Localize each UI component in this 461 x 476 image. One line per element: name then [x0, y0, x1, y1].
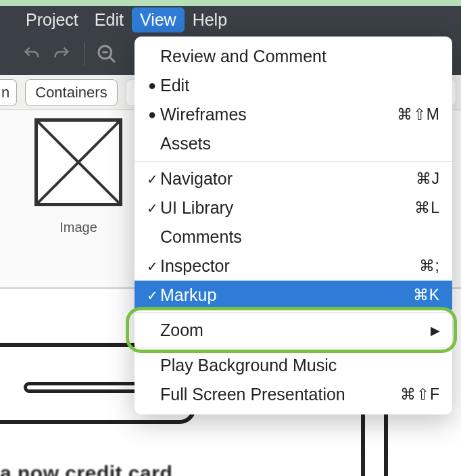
svg-line-1	[110, 57, 115, 62]
menu-item-label: Zoom	[160, 320, 431, 340]
menu-shortcut: ⌘L	[414, 199, 440, 217]
menu-item-label: Edit	[160, 76, 440, 95]
image-placeholder-icon	[34, 118, 122, 206]
menu-bar: Project Edit View Help	[0, 6, 461, 33]
menu-item-label: Assets	[160, 134, 440, 153]
view-menu-dropdown: Review and Comment●Edit●Wireframes⌘⇧MAss…	[135, 37, 452, 414]
menu-item-review-and-comment[interactable]: Review and Comment	[135, 42, 452, 71]
checkmark-icon: ✓	[144, 287, 160, 304]
library-item-label: Image	[59, 220, 97, 235]
menu-item-inspector[interactable]: ✓Inspector⌘;	[135, 252, 452, 281]
redo-button[interactable]	[50, 43, 73, 66]
menu-item-label: Comments	[160, 227, 440, 247]
menu-item-play-background-music[interactable]: Play Background Music	[135, 351, 452, 380]
menu-separator	[135, 348, 452, 348]
menu-item-label: Markup	[160, 285, 413, 305]
tab-partial[interactable]: n	[0, 79, 17, 106]
menu-item-label: UI Library	[160, 198, 414, 218]
checkmark-icon: ✓	[144, 258, 160, 275]
canvas-text-cutoff: a now credit card	[0, 462, 172, 476]
menu-item-wireframes[interactable]: ●Wireframes⌘⇧M	[135, 100, 452, 129]
zoom-out-button[interactable]	[95, 43, 118, 66]
menu-item-label: Play Background Music	[160, 356, 440, 375]
menu-separator	[135, 312, 452, 313]
menu-item-comments[interactable]: Comments	[135, 222, 452, 252]
menu-item-label: Inspector	[160, 256, 419, 276]
undo-button[interactable]	[20, 43, 43, 66]
menu-item-ui-library[interactable]: ✓UI Library⌘L	[135, 193, 452, 222]
checkmark-icon: ✓	[144, 171, 160, 187]
menu-item-markup[interactable]: ✓Markup⌘K	[135, 281, 452, 310]
menu-item-edit[interactable]: ●Edit	[135, 71, 452, 100]
checkmark-icon: ✓	[144, 200, 160, 216]
menu-item-label: Wireframes	[160, 105, 397, 124]
menu-shortcut: ⌘K	[413, 286, 440, 304]
submenu-arrow-icon: ▶	[431, 323, 440, 338]
bullet-icon: ●	[144, 107, 160, 122]
tab-containers[interactable]: Containers	[25, 79, 117, 106]
menu-item-label: Full Screen Presentation	[160, 385, 400, 404]
menu-item-label: Navigator	[160, 169, 416, 189]
menu-shortcut: ⌘⇧M	[397, 105, 440, 124]
toolbar-separator	[84, 43, 84, 66]
menu-shortcut: ⌘⇧F	[400, 385, 440, 404]
window-title-bar	[0, 0, 461, 6]
menu-view[interactable]: View	[132, 7, 185, 32]
menu-separator	[135, 161, 452, 162]
menu-item-assets[interactable]: Assets	[135, 129, 452, 158]
menu-shortcut: ⌘;	[419, 257, 440, 275]
menu-item-zoom[interactable]: Zoom▶	[135, 316, 452, 345]
menu-item-navigator[interactable]: ✓Navigator⌘J	[135, 164, 452, 193]
menu-shortcut: ⌘J	[416, 170, 441, 188]
menu-item-full-screen-presentation[interactable]: Full Screen Presentation⌘⇧F	[135, 380, 452, 409]
menu-help[interactable]: Help	[185, 7, 235, 32]
library-item-image[interactable]: Image	[24, 118, 132, 235]
menu-item-label: Review and Comment	[160, 47, 440, 66]
device-speaker	[24, 382, 142, 393]
bullet-icon: ●	[144, 78, 160, 93]
menu-project[interactable]: Project	[18, 7, 87, 32]
menu-edit[interactable]: Edit	[87, 7, 132, 32]
